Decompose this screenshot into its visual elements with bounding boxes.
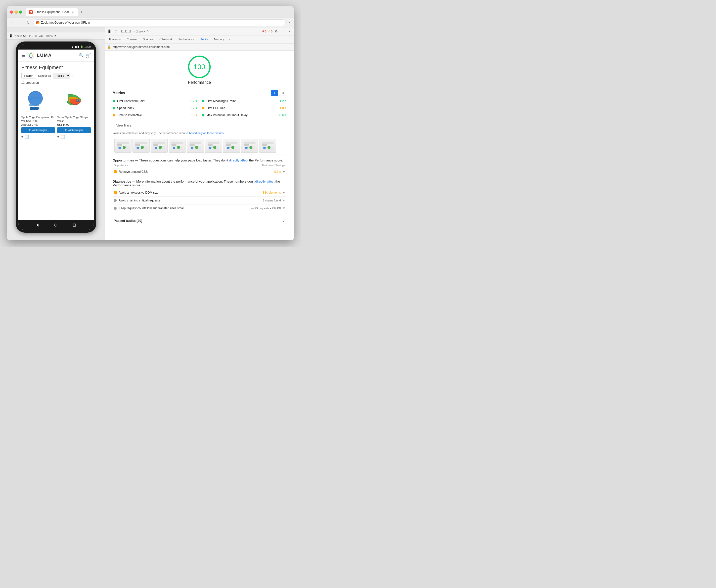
tab-memory[interactable]: Memory: [211, 36, 227, 43]
phone-screen: ▲ ▮▮▮ 🔋 12:29 ☰: [18, 44, 94, 230]
home-nav-button[interactable]: [53, 223, 58, 228]
signal-icon: ▮▮▮: [75, 45, 79, 48]
audit-name-requests: Keep request counts low and transfer siz…: [119, 207, 249, 210]
back-nav-button[interactable]: [35, 223, 40, 228]
audit-item-dom-size[interactable]: Avoid an excessive DOM size — 884 elemen…: [113, 189, 286, 196]
filmstrip-thumbnail-3: [153, 141, 166, 150]
diagnostics-subtitle: — More information about the performance…: [132, 180, 255, 183]
error-icon: ⊗: [262, 30, 264, 33]
reload-button[interactable]: ↻: [25, 20, 31, 26]
more-tabs-button[interactable]: »: [227, 38, 232, 41]
svg-point-50: [227, 147, 230, 149]
metric-value-tti: 1.8 s: [190, 113, 197, 117]
compare-icon-2[interactable]: 📊: [61, 134, 65, 139]
svg-point-27: [159, 146, 162, 149]
refresh-audit-icon[interactable]: ⟳: [147, 30, 149, 33]
metric-name-tti: Time to Interactive: [117, 113, 188, 117]
audit-item-critical-chains[interactable]: Avoid chaining critical requests — 8 cha…: [113, 196, 286, 204]
based-only-link[interactable]: based only on these metrics: [189, 131, 223, 134]
add-to-cart-button-yoga-kit[interactable]: In Winkelwagen: [21, 127, 55, 133]
new-tab-button[interactable]: +: [79, 9, 85, 15]
tab-audits-label: Audits: [200, 38, 208, 41]
metric-name-fci: First CPU Idle: [207, 106, 278, 110]
url-more-button[interactable]: ⋮: [288, 45, 291, 49]
filter-button[interactable]: Filteren: [21, 73, 36, 79]
audit-item-request-counts[interactable]: Keep request counts low and transfer siz…: [113, 204, 286, 212]
search-icon[interactable]: 🔍: [79, 53, 84, 58]
list-view-button[interactable]: ≡: [271, 90, 278, 96]
audit-dot-dom-size: [114, 191, 117, 194]
tab-favicon: M: [29, 10, 33, 14]
audit-savings-remove-css: 0.3 s: [274, 170, 281, 173]
filmstrip-frame-6: [205, 139, 222, 153]
url-bar[interactable]: Zoek met Google of voer een URL in: [33, 19, 286, 26]
score-section: 100 Performance: [113, 56, 286, 85]
inspect-element-toggle[interactable]: ⬚: [113, 29, 119, 34]
values-note-period: .: [224, 131, 225, 134]
browser-tab[interactable]: M Fitness Equipment - Gear ×: [26, 8, 78, 16]
devtools-close-button[interactable]: ×: [287, 29, 292, 34]
tab-audits[interactable]: Audits: [197, 36, 211, 43]
svg-rect-42: [208, 144, 213, 146]
audit-chevron-dom-size: ∨: [283, 191, 285, 194]
device-toolbar-toggle[interactable]: 📱: [107, 29, 112, 34]
browser-menu-button[interactable]: ⋮: [288, 20, 291, 25]
svg-rect-11: [117, 142, 129, 144]
recents-nav-button[interactable]: [72, 223, 77, 228]
view-trace-button[interactable]: View Trace: [113, 122, 135, 129]
grid-view-button[interactable]: ⊞: [279, 90, 286, 96]
filmstrip-frame-1: [114, 139, 131, 153]
tab-network[interactable]: ⚠ Network: [156, 36, 175, 43]
product-name-yoga-kit: Sprite Yoga Companion Kit: [21, 116, 55, 119]
tab-sources[interactable]: Sources: [140, 36, 156, 43]
audit-item-remove-css[interactable]: Remove unused CSS 0.3 s ∨: [113, 168, 286, 175]
tab-console[interactable]: Console: [124, 36, 140, 43]
tab-title: Fitness Equipment - Gear: [35, 10, 69, 14]
product-grid: Sprite Yoga Companion Kit Van US$ 61,00 …: [21, 87, 91, 139]
add-to-cart-button-yoga-straps[interactable]: In Winkelwagen: [57, 127, 91, 133]
sort-arrow-icon: ↑: [72, 74, 74, 78]
values-note-text: Values are estimated and may vary. The p…: [113, 131, 189, 134]
svg-point-8: [55, 224, 57, 226]
forward-button[interactable]: →: [17, 20, 23, 26]
devtools-settings-button[interactable]: ⚙: [274, 29, 279, 34]
passed-audits-label: Passed audits (20): [114, 219, 282, 223]
metric-name-fmp: First Meaningful Paint: [207, 99, 278, 103]
diagnostics-title: Diagnostics: [113, 180, 131, 183]
metric-dot-fid: [202, 114, 204, 117]
directly-affect-link-1[interactable]: directly affect: [229, 159, 248, 162]
passed-audits-row[interactable]: Passed audits (20) ∨: [113, 216, 286, 225]
wishlist-icon[interactable]: ♥: [21, 134, 23, 139]
tab-elements[interactable]: Elements: [106, 36, 124, 43]
wishlist-icon-2[interactable]: ♥: [57, 134, 59, 139]
directly-affect-link-2[interactable]: directly affect: [255, 180, 274, 183]
devtools-more-button[interactable]: ⋮: [280, 29, 286, 34]
filmstrip-inner-4: [169, 139, 186, 152]
close-traffic-light[interactable]: [10, 10, 13, 14]
sort-select[interactable]: Positie: [53, 73, 70, 79]
hamburger-menu-button[interactable]: ☰: [21, 53, 25, 58]
maximize-traffic-light[interactable]: [19, 10, 22, 14]
compare-icon[interactable]: 📊: [25, 134, 29, 139]
sort-label: Sorteer op: [38, 74, 51, 77]
filmstrip-inner-3: [151, 139, 168, 152]
opportunities-subtitle: — These suggestions can help your page l…: [135, 159, 229, 162]
metric-first-contentful-paint: First Contentful Paint 1.2 s: [113, 98, 197, 104]
product-list-area: Fitness Equipment Filteren Sorteer op Po…: [18, 62, 94, 220]
wifi-icon: ▲: [71, 45, 74, 48]
product-image-yoga-kit[interactable]: [21, 87, 55, 115]
minimize-traffic-light[interactable]: [15, 10, 18, 14]
tab-performance[interactable]: Performance: [175, 36, 197, 43]
back-button[interactable]: ←: [9, 20, 15, 26]
session-dropdown[interactable]: ▾: [144, 30, 146, 33]
product-image-yoga-straps[interactable]: [57, 87, 91, 115]
tab-memory-label: Memory: [214, 38, 224, 41]
tab-bar: M Fitness Equipment - Gear × +: [26, 8, 290, 16]
performance-score-number: 100: [194, 63, 205, 71]
svg-point-39: [195, 146, 198, 149]
opportunity-header: Opportunity Estimated Savings: [113, 164, 286, 167]
tab-close-button[interactable]: ×: [71, 10, 75, 14]
time-display: 12:29: [84, 45, 90, 48]
cart-icon[interactable]: 🛒: [86, 53, 91, 58]
device-zoom: 100%: [45, 35, 52, 38]
